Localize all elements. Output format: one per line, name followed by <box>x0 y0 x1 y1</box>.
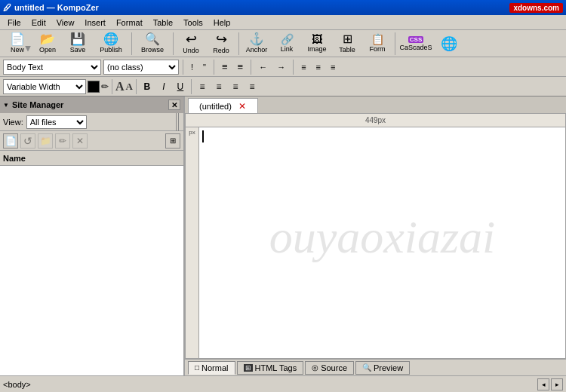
editor-tab[interactable]: (untitled) ✕ <box>188 98 258 113</box>
anchor-button[interactable]: ⚓ Anchor <box>242 32 271 56</box>
view-label: View: <box>3 118 23 127</box>
sm-delete-btn[interactable]: ✕ <box>72 133 88 149</box>
resize-left-btn[interactable]: ◂ <box>537 378 549 390</box>
sm-refresh-btn[interactable]: ↺ <box>20 133 35 149</box>
site-manager-close-btn[interactable]: ✕ <box>168 100 180 110</box>
format-toolbar: Body Text (no class) ! " ≡ ≡ ← → ≡ ≡ ≡ <box>0 57 566 77</box>
menu-help[interactable]: Help <box>209 17 235 29</box>
browse-button[interactable]: 🔍 Browse <box>135 32 170 56</box>
site-manager-header: ▼ Site Manager ✕ <box>0 96 183 113</box>
underline-btn[interactable]: U <box>173 79 188 94</box>
outdent-btn[interactable]: → <box>273 60 289 75</box>
align3-btn[interactable]: ≡ <box>327 60 339 75</box>
table-button[interactable]: ⊞ Table <box>333 32 361 56</box>
browse-icon: 🔍 <box>145 33 160 45</box>
text-cursor <box>202 130 204 142</box>
sm-grip <box>176 113 180 131</box>
indent-btn[interactable]: ← <box>255 60 271 75</box>
italic-btn[interactable]: I <box>156 79 171 94</box>
html-tags-label: HTML Tags <box>255 363 297 372</box>
exclamation-btn[interactable]: ! <box>187 60 197 75</box>
new-icon: 📄 <box>10 33 25 45</box>
menu-view[interactable]: View <box>52 17 79 29</box>
titlebar-left: 🖊 untitled — KompoZer <box>3 3 99 12</box>
image-label: Image <box>307 45 326 53</box>
class-select[interactable]: (no class) <box>103 60 179 75</box>
site-manager-panel: ▼ Site Manager ✕ View: All files 📄 ↺ 📁 ✏… <box>0 96 185 375</box>
font-increase-btn[interactable]: A <box>115 80 125 93</box>
tb3-sep2 <box>136 79 137 94</box>
form-button[interactable]: 📋 Form <box>363 32 392 56</box>
statusbar: <body> ◂ ▸ <box>0 375 566 392</box>
new-button[interactable]: 📄 New <box>3 32 32 56</box>
bold-btn[interactable]: B <box>140 79 155 94</box>
save-button[interactable]: 💾 Save <box>63 32 92 56</box>
normal-tab-icon: □ <box>195 363 199 372</box>
list-ul-btn[interactable]: ≡ <box>234 60 248 75</box>
globe-button[interactable]: 🌐 <box>435 32 463 56</box>
main-toolbar: 📄 New 📂 Open 💾 Save 🌐 Publish 🔍 Browse ↩… <box>0 30 566 57</box>
body-text-select[interactable]: Body Text <box>3 60 101 75</box>
align2-btn[interactable]: ≡ <box>312 60 325 75</box>
statusbar-right: ◂ ▸ <box>537 378 563 390</box>
link-button[interactable]: 🔗 Link <box>272 32 301 56</box>
name-column-header: Name <box>0 151 183 166</box>
font-decrease-btn[interactable]: A <box>126 81 133 93</box>
tab-close-btn[interactable]: ✕ <box>238 102 247 111</box>
preview-tab[interactable]: 🔍 Preview <box>355 361 410 375</box>
list-ol-btn[interactable]: ≡ <box>218 60 232 75</box>
link-label: Link <box>281 45 294 53</box>
image-button[interactable]: 🖼 Image <box>303 32 331 56</box>
form-icon: 📋 <box>371 34 384 44</box>
menu-table[interactable]: Table <box>149 17 177 29</box>
toolbar-separator-2 <box>173 32 174 55</box>
align1-btn[interactable]: ≡ <box>297 60 309 75</box>
menubar: File Edit View Insert Format Table Tools… <box>0 15 566 30</box>
source-tab-icon: ◎ <box>312 363 318 372</box>
editor-content[interactable]: ouyaoxiazai <box>199 127 565 358</box>
normal-tab[interactable]: □ Normal <box>188 361 235 375</box>
publish-button[interactable]: 🌐 Publish <box>94 32 128 56</box>
pencil-icon[interactable]: ✏ <box>101 81 109 92</box>
open-button[interactable]: 📂 Open <box>33 32 62 56</box>
site-manager-actions: 📄 ↺ 📁 ✏ ✕ ⊞ <box>0 131 183 151</box>
align-justify-btn[interactable]: ≡ <box>245 79 260 94</box>
sm-expand-btn[interactable]: ⊞ <box>165 133 180 149</box>
menu-file[interactable]: File <box>3 17 26 29</box>
menu-edit[interactable]: Edit <box>27 17 51 29</box>
undo-button[interactable]: ↩ Undo <box>177 32 205 56</box>
toolbar-separator <box>131 32 132 55</box>
menu-tools[interactable]: Tools <box>179 17 208 29</box>
quote-btn[interactable]: " <box>199 60 210 75</box>
align-center-btn[interactable]: ≡ <box>211 79 226 94</box>
source-tab[interactable]: ◎ Source <box>305 361 354 375</box>
site-manager-title: Site Manager <box>12 100 63 109</box>
align-right-btn[interactable]: ≡ <box>228 79 243 94</box>
titlebar: 🖊 untitled — KompoZer xdowns.com <box>0 0 566 15</box>
editor-content-area: px ouyaoxiazai <box>186 127 565 358</box>
text-format-toolbar: Variable Width ✏ A A B I U ≡ ≡ ≡ ≡ <box>0 77 566 96</box>
titlebar-title: untitled — KompoZer <box>14 3 99 12</box>
color-swatch[interactable] <box>88 81 100 93</box>
globe-icon: 🌐 <box>441 37 457 51</box>
bottom-tabs: □ Normal ⊞ HTML Tags ◎ Source 🔍 Preview <box>185 359 566 375</box>
align-left-btn[interactable]: ≡ <box>195 79 210 94</box>
cascades-button[interactable]: CSS CaScadeS <box>398 32 433 56</box>
sm-edit-btn[interactable]: ✏ <box>55 133 70 149</box>
open-label: Open <box>39 46 56 54</box>
sm-folder-btn[interactable]: 📁 <box>38 133 53 149</box>
html-tags-tab[interactable]: ⊞ HTML Tags <box>237 361 304 375</box>
font-select[interactable]: Variable Width <box>3 79 86 94</box>
menu-format[interactable]: Format <box>112 17 147 29</box>
menu-insert[interactable]: Insert <box>80 17 110 29</box>
ruler: 449px <box>186 114 565 127</box>
redo-icon: ↪ <box>216 32 227 46</box>
css-badge: CSS <box>408 36 423 43</box>
preview-tab-icon: 🔍 <box>362 363 371 372</box>
ruler-text: 449px <box>365 116 386 124</box>
sm-new-site-btn[interactable]: 📄 <box>3 133 18 149</box>
redo-button[interactable]: ↪ Redo <box>207 32 235 56</box>
editor-tabs: (untitled) ✕ <box>185 96 566 113</box>
view-select[interactable]: All files <box>26 115 87 129</box>
resize-right-btn[interactable]: ▸ <box>551 378 563 390</box>
